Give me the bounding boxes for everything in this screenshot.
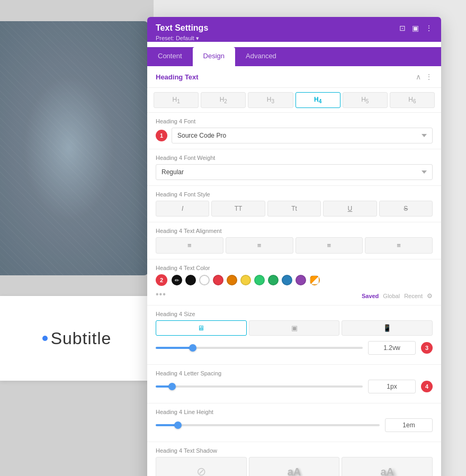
panel-preset[interactable]: Preset: Default ▾ — [156, 35, 433, 42]
h5-tab[interactable]: H5 — [343, 92, 388, 108]
more-icon[interactable]: ⋮ — [425, 24, 433, 32]
letter-spacing-field-group: Heading 4 Letter Spacing 4 — [147, 365, 441, 403]
line-height-field-group: Heading 4 Line Height — [147, 403, 441, 442]
swatch-red[interactable] — [213, 275, 223, 285]
split-icon[interactable]: ▣ — [412, 24, 419, 32]
strikethrough-btn[interactable]: S — [379, 201, 433, 217]
swatch-blue[interactable] — [282, 275, 292, 285]
device-tabs: 🖥 ▣ 📱 — [156, 320, 433, 336]
section-header: Heading Text ∧ ⋮ — [147, 66, 441, 88]
swatch-white[interactable] — [199, 275, 210, 285]
section-controls: ∧ ⋮ — [416, 73, 433, 81]
line-height-slider-track[interactable] — [156, 424, 380, 426]
h1-tab[interactable]: H1 — [154, 92, 199, 108]
tab-advanced[interactable]: Advanced — [235, 47, 287, 66]
subtitle-text: Subtitle — [51, 329, 112, 348]
canvas-texture — [0, 21, 148, 275]
global-tab[interactable]: Global — [383, 293, 400, 299]
letter-spacing-input[interactable] — [368, 380, 416, 393]
shadow-1-option[interactable]: aA — [249, 457, 340, 476]
panel-title: Text Settings — [156, 23, 208, 33]
color-settings-icon[interactable]: ⚙ — [427, 292, 433, 300]
tab-content[interactable]: Content — [147, 47, 193, 66]
h4-tab[interactable]: H4 — [295, 92, 340, 108]
panel-tabs: Content Design Advanced — [147, 47, 441, 66]
swatch-green-light[interactable] — [254, 275, 265, 285]
line-height-label: Heading 4 Line Height — [156, 409, 433, 415]
font-weight-label: Heading 4 Font Weight — [156, 155, 433, 161]
more-colors-btn[interactable]: ••• — [156, 290, 166, 299]
font-field-group: Heading 4 Font 1 Source Code Pro Arial G… — [147, 113, 441, 149]
capitalize-btn[interactable]: Tt — [267, 201, 321, 217]
color-swatches: 2 ✏ — [156, 274, 433, 286]
desktop-tab[interactable]: 🖥 — [156, 320, 247, 336]
saved-tab[interactable]: Saved — [362, 293, 379, 299]
align-left-btn[interactable]: ≡ — [156, 237, 223, 254]
line-height-slider-thumb[interactable] — [174, 421, 182, 429]
uppercase-btn[interactable]: TT — [211, 201, 265, 217]
step-1-badge: 1 — [156, 130, 167, 141]
swatch-purple[interactable] — [295, 275, 306, 285]
no-shadow-icon: ⊘ — [196, 465, 206, 476]
color-label: Heading 4 Text Color — [156, 265, 433, 271]
alignment-field-group: Heading 4 Text Alignment ≡ ≡ ≡ ≡ — [147, 222, 441, 259]
subtitle-dot-icon — [42, 336, 48, 341]
letter-spacing-slider-thumb[interactable] — [168, 383, 176, 390]
shadow-none-option[interactable]: ⊘ — [156, 457, 247, 476]
fullscreen-icon[interactable]: ⊡ — [399, 24, 406, 32]
section-title: Heading Text — [156, 73, 199, 81]
step-2-badge: 2 — [156, 274, 167, 286]
size-input[interactable] — [368, 341, 416, 355]
canvas-background: Subtitle — [0, 0, 154, 476]
h3-tab[interactable]: H3 — [248, 92, 293, 108]
swatch-yellow[interactable] — [240, 275, 251, 285]
h6-tab[interactable]: H6 — [390, 92, 435, 108]
collapse-icon[interactable]: ∧ — [416, 73, 421, 81]
mobile-tab[interactable]: 📱 — [342, 320, 433, 336]
font-select[interactable]: Source Code Pro Arial Georgia — [172, 128, 433, 143]
step-3-badge: 3 — [421, 342, 433, 354]
letter-spacing-label: Heading 4 Letter Spacing — [156, 370, 433, 376]
recent-tab[interactable]: Recent — [404, 293, 423, 299]
h2-tab[interactable]: H2 — [201, 92, 246, 108]
text-settings-panel: Text Settings ⊡ ▣ ⋮ Preset: Default ▾ Co… — [147, 17, 441, 476]
shadow-1-preview: aA — [288, 466, 301, 476]
swatch-green[interactable] — [268, 275, 279, 285]
font-weight-field-group: Heading 4 Font Weight Regular Bold Light — [147, 149, 441, 186]
tablet-tab[interactable]: ▣ — [249, 320, 340, 336]
font-style-field-group: Heading 4 Font Style I TT Tt U S — [147, 186, 441, 222]
shadow-field-group: Heading 4 Text Shadow ⊘ aA aA aA aA — [147, 442, 441, 476]
swatch-black[interactable] — [185, 275, 196, 285]
size-label: Heading 4 Size — [156, 311, 433, 317]
swatch-gradient[interactable] — [309, 275, 320, 285]
line-height-input[interactable] — [385, 418, 433, 432]
tab-design[interactable]: Design — [193, 47, 235, 66]
align-justify-btn[interactable]: ≡ — [365, 237, 433, 254]
size-slider-track[interactable] — [156, 347, 363, 349]
panel-header-top: Text Settings ⊡ ▣ ⋮ — [156, 23, 433, 33]
step-4-badge: 4 — [421, 381, 433, 392]
size-slider-fill — [156, 347, 193, 349]
swatch-orange[interactable] — [227, 275, 237, 285]
letter-spacing-slider-row: 4 — [156, 380, 433, 393]
size-slider-row: 3 — [156, 341, 433, 355]
panel-body: Heading Text ∧ ⋮ H1 H2 H3 H4 H5 H6 Headi… — [147, 66, 441, 476]
font-weight-select[interactable]: Regular Bold Light — [156, 164, 433, 180]
align-right-btn[interactable]: ≡ — [295, 237, 363, 254]
size-field-group: Heading 4 Size 🖥 ▣ 📱 3 — [147, 306, 441, 365]
style-buttons: I TT Tt U S — [156, 201, 433, 217]
canvas-subtitle-card: Subtitle — [0, 296, 154, 381]
align-center-btn[interactable]: ≡ — [226, 237, 293, 254]
color-tabs: Saved Global Recent ⚙ — [362, 292, 433, 300]
section-more-icon[interactable]: ⋮ — [425, 73, 433, 81]
alignment-label: Heading 4 Text Alignment — [156, 228, 433, 234]
panel-header-icons: ⊡ ▣ ⋮ — [399, 24, 433, 32]
shadow-options: ⊘ aA aA aA aA aA — [156, 457, 433, 476]
font-style-label: Heading 4 Font Style — [156, 191, 433, 197]
italic-btn[interactable]: I — [156, 201, 209, 217]
underline-btn[interactable]: U — [323, 201, 377, 217]
letter-spacing-slider-track[interactable] — [156, 385, 363, 388]
shadow-2-option[interactable]: aA — [342, 457, 433, 476]
size-slider-thumb[interactable] — [189, 344, 196, 352]
color-picker-btn[interactable]: ✏ — [172, 275, 182, 285]
